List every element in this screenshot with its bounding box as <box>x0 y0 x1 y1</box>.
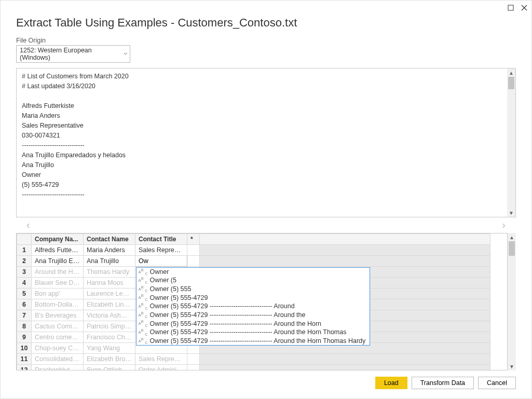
cell-company[interactable]: Around the Horn <box>32 267 84 278</box>
text-type-icon: ABC <box>139 268 148 276</box>
text-type-icon: ABC <box>139 277 148 284</box>
cell-company[interactable]: Consolidated H... <box>32 354 84 365</box>
autocomplete-item[interactable]: ABCOwner (5) 555-4729 ------------------… <box>137 337 370 346</box>
autocomplete-item[interactable]: ABCOwner (5) 555 <box>137 285 370 294</box>
dialog-window: Extract Table Using Examples - Customers… <box>0 0 532 399</box>
autocomplete-text: Owner (5) 555-4729 ---------------------… <box>150 337 366 345</box>
titlebar <box>1 1 531 15</box>
text-type-icon: ABC <box>139 328 148 336</box>
cell-company[interactable]: Centro comerci... <box>32 332 84 343</box>
autocomplete-item[interactable]: ABCOwner (5) 555-4729 ------------------… <box>137 311 370 320</box>
autocomplete-item[interactable]: ABCOwner (5) 555-4729 ------------------… <box>137 328 370 337</box>
cell-title-editing[interactable] <box>135 256 187 267</box>
autocomplete-text: Owner (5 <box>150 277 176 284</box>
preview-hscroll[interactable]: ‹ › <box>16 218 516 231</box>
preview-line: # Last updated 3/16/2020 <box>22 81 502 91</box>
scroll-down-icon[interactable]: ▼ <box>508 362 516 370</box>
column-header-company[interactable]: Company Na... <box>32 234 84 245</box>
example-grid-area: Company Na...Contact NameContact Title*1… <box>16 233 516 370</box>
preview-line: Ana Trujillo <box>22 160 502 170</box>
autocomplete-item[interactable]: ABCOwner <box>137 268 370 277</box>
cell-company[interactable]: B's Beverages <box>32 310 84 321</box>
cell-contact[interactable]: Laurence Lebih... <box>84 288 135 299</box>
scroll-thumb[interactable] <box>508 77 514 89</box>
cell-contact[interactable]: Thomas Hardy <box>84 267 135 278</box>
grid-scrollbar[interactable]: ▲ ▼ <box>508 233 516 370</box>
preview-line: (5) 555-4729 <box>22 180 502 190</box>
preview-line: 030-0074321 <box>22 131 502 141</box>
autocomplete-text: Owner (5) 555-4729 ---------------------… <box>150 328 347 336</box>
cell-company[interactable]: Ana Trujillo Em... <box>32 256 84 267</box>
table-row[interactable]: 12Drachenblut D...Sven OttliebOrder Admi… <box>17 365 490 371</box>
scroll-left-icon[interactable]: ‹ <box>26 219 30 231</box>
table-row[interactable]: 2Ana Trujillo Em...Ana Trujillo <box>17 256 490 267</box>
file-preview-text: # List of Customers from March 2020# Las… <box>17 68 507 217</box>
table-row[interactable]: 1Alfreds Futterki...Maria AndersSales Re… <box>17 245 490 256</box>
preview-line: ----------------------------- <box>22 141 502 150</box>
scroll-up-icon[interactable]: ▲ <box>508 233 516 241</box>
example-input[interactable] <box>139 257 184 265</box>
cell-contact[interactable]: Ana Trujillo <box>84 256 135 267</box>
file-origin-dropdown[interactable]: 1252: Western European (Windows) <box>16 45 130 63</box>
cell-title[interactable]: Sales Represen... <box>135 354 187 365</box>
cell-contact[interactable]: Elizabeth Brown <box>84 354 135 365</box>
column-header-add[interactable]: * <box>187 234 200 245</box>
svg-rect-0 <box>508 5 513 10</box>
autocomplete-text: Owner (5) 555-4729 ---------------------… <box>150 302 295 310</box>
cell-title[interactable]: Sales Represen... <box>135 245 187 256</box>
cell-company[interactable]: Blauer See Deli... <box>32 278 84 288</box>
scroll-thumb[interactable] <box>509 241 515 256</box>
scroll-up-icon[interactable]: ▲ <box>507 68 515 77</box>
cell-contact[interactable]: Hanna Moos <box>84 278 135 288</box>
preview-scrollbar[interactable]: ▲ ▼ <box>507 68 515 217</box>
cell-company[interactable]: Chop-suey Chi... <box>32 343 84 354</box>
table-row[interactable]: 11Consolidated H...Elizabeth BrownSales … <box>17 354 490 365</box>
autocomplete-text: Owner (5) 555-4729 ---------------------… <box>150 320 322 327</box>
preview-line <box>22 91 502 101</box>
cell-company[interactable]: Bon app' <box>32 288 84 299</box>
autocomplete-item[interactable]: ABCOwner (5) 555-4729 ------------------… <box>137 319 370 328</box>
preview-line: Ana Trujillo Emparedados y helados <box>22 150 502 160</box>
dialog-footer: Load Transform Data Cancel <box>1 370 531 398</box>
autocomplete-item[interactable]: ABCOwner (5) 555-4729 ------------------… <box>137 302 370 311</box>
cell-company[interactable]: Cactus Comida... <box>32 321 84 332</box>
file-origin-label: File Origin <box>16 37 516 44</box>
maximize-icon[interactable] <box>508 5 514 11</box>
file-preview-panel: # List of Customers from March 2020# Las… <box>16 68 516 217</box>
cell-contact[interactable]: Victoria Ashwo... <box>84 310 135 321</box>
text-type-icon: ABC <box>139 337 148 345</box>
preview-line: ----------------------------- <box>22 190 502 200</box>
preview-line: Maria Anders <box>22 111 502 121</box>
preview-line: Alfreds Futterkiste <box>22 101 502 111</box>
autocomplete-item[interactable]: ABCOwner (5) 555-4729 <box>137 293 370 302</box>
preview-line: # List of Customers from March 2020 <box>22 72 502 81</box>
autocomplete-text: Owner (5) 555-4729 <box>150 294 208 301</box>
autocomplete-text: Owner <box>150 268 169 276</box>
cell-contact[interactable]: Sven Ottlieb <box>84 365 135 371</box>
cell-contact[interactable]: Maria Anders <box>84 245 135 256</box>
cell-contact[interactable]: Elizabeth Lincoln <box>84 299 135 310</box>
preview-line: Owner <box>22 170 502 180</box>
load-button[interactable]: Load <box>375 377 407 389</box>
cell-contact[interactable]: Francisco Chang <box>84 332 135 343</box>
cell-company[interactable]: Bottom-Dollar ... <box>32 299 84 310</box>
cell-title[interactable]: Order Administ... <box>135 365 187 371</box>
autocomplete-popup[interactable]: ABCOwnerABCOwner (5ABCOwner (5) 555ABCOw… <box>136 267 371 346</box>
cancel-button[interactable]: Cancel <box>478 377 516 389</box>
text-type-icon: ABC <box>139 285 148 293</box>
autocomplete-item[interactable]: ABCOwner (5 <box>137 276 370 285</box>
cell-contact[interactable]: Yang Wang <box>84 343 135 354</box>
scroll-right-icon[interactable]: › <box>502 219 506 231</box>
column-header-title[interactable]: Contact Title <box>135 234 187 245</box>
cell-company[interactable]: Drachenblut D... <box>32 365 84 371</box>
text-type-icon: ABC <box>139 320 148 327</box>
preview-line: Sales Representative <box>22 121 502 131</box>
column-header-contact[interactable]: Contact Name <box>84 234 135 245</box>
transform-data-button[interactable]: Transform Data <box>412 377 474 389</box>
cell-contact[interactable]: Patricio Simpson <box>84 321 135 332</box>
autocomplete-text: Owner (5) 555 <box>150 285 192 293</box>
dialog-title: Extract Table Using Examples - Customers… <box>16 16 516 30</box>
scroll-down-icon[interactable]: ▼ <box>507 209 515 217</box>
cell-company[interactable]: Alfreds Futterki... <box>32 245 84 256</box>
close-icon[interactable] <box>521 5 527 11</box>
